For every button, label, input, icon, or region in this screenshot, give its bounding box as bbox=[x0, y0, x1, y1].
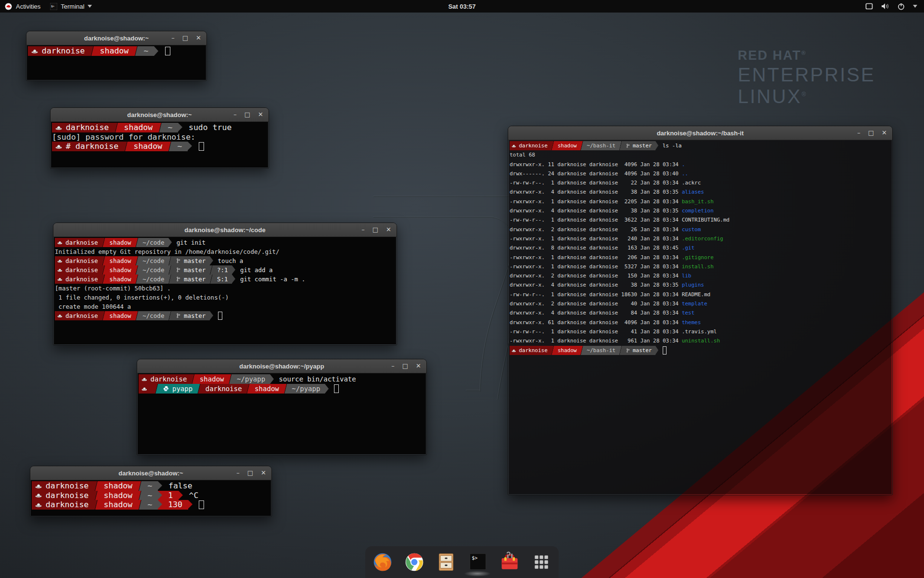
prompt-segment-text: darknoise bbox=[519, 141, 548, 150]
redhat-icon bbox=[35, 492, 42, 499]
terminal-line: darknoiseshadow~/bash-itmasterls -la bbox=[510, 141, 892, 150]
window-titlebar[interactable]: darknoise@shadow:~ – □ ✕ bbox=[30, 466, 271, 480]
prompt-segment-text: ~ bbox=[168, 123, 173, 132]
minimize-button[interactable]: – bbox=[361, 223, 365, 236]
maximize-button[interactable]: □ bbox=[402, 359, 408, 373]
minimize-button[interactable]: – bbox=[233, 108, 237, 121]
terminal-body[interactable]: darknoiseshadow~falsedarknoiseshadow~1^C… bbox=[31, 480, 271, 516]
prompt-segment-text: darknoise bbox=[205, 384, 242, 394]
dock-app-grid-icon[interactable] bbox=[530, 551, 552, 573]
minimize-button[interactable]: – bbox=[236, 466, 240, 480]
prompt-segment-host: shadow bbox=[105, 256, 136, 265]
maximize-button[interactable]: □ bbox=[182, 31, 188, 45]
terminal-line: -rw-rw-r--. 1 darknoise darknoise 18630 … bbox=[510, 290, 892, 299]
prompt-segment-host: shadow bbox=[105, 265, 136, 275]
prompt-segment-user: darknoise bbox=[55, 256, 102, 265]
prompt-segment-host: shadow bbox=[128, 142, 168, 151]
minimize-button[interactable]: – bbox=[171, 31, 175, 45]
terminal-line: darknoiseshadow~/bash-itmaster bbox=[510, 346, 892, 355]
redhat-icon bbox=[35, 501, 42, 508]
file-name: test bbox=[682, 308, 695, 317]
prompt-segment-host: shadow bbox=[250, 384, 283, 394]
redhat-icon bbox=[55, 124, 62, 131]
segment-separator bbox=[154, 46, 159, 56]
prompt-segment-text: ~/code bbox=[142, 265, 164, 275]
output-text: drwx------. 24 darknoise darknoise 4096 … bbox=[510, 169, 682, 178]
file-name: .gitignore bbox=[682, 253, 714, 262]
maximize-button[interactable]: □ bbox=[868, 126, 874, 140]
redhat-icon bbox=[31, 48, 38, 54]
file-name: bash_it.sh bbox=[682, 197, 714, 206]
maximize-button[interactable]: □ bbox=[247, 466, 253, 480]
minimize-button[interactable]: – bbox=[857, 126, 860, 140]
file-name: uninstall.sh bbox=[682, 336, 720, 345]
prompt-segment-text: ~ bbox=[148, 481, 153, 491]
terminal-body[interactable]: darknoiseshadow~sudo true[sudo] password… bbox=[51, 122, 268, 168]
activities-button[interactable]: Activities bbox=[0, 0, 45, 13]
terminal-body[interactable]: darknoiseshadow~ bbox=[27, 45, 206, 80]
prompt-segment-text: shadow bbox=[255, 384, 279, 394]
file-name: .travis.yml bbox=[682, 327, 717, 336]
prompt-segment-status: S:1 bbox=[213, 275, 232, 284]
prompt-segment-text: shadow bbox=[100, 46, 129, 56]
terminal-line: Initialized empty Git repository in /hom… bbox=[55, 247, 396, 256]
close-button[interactable]: ✕ bbox=[261, 466, 266, 480]
segment-separator bbox=[284, 384, 287, 394]
dock-chrome-icon[interactable] bbox=[403, 551, 425, 573]
segment-separator bbox=[94, 491, 98, 500]
close-button[interactable]: ✕ bbox=[882, 126, 887, 140]
window-titlebar[interactable]: darknoise@shadow:~/code – □ ✕ bbox=[53, 223, 397, 237]
prompt-segment-host: shadow bbox=[118, 123, 158, 132]
segment-separator bbox=[158, 491, 163, 500]
segment-separator bbox=[232, 275, 235, 284]
segment-separator bbox=[655, 141, 658, 150]
dock-files-icon[interactable] bbox=[435, 551, 457, 573]
terminal-body[interactable]: darknoiseshadow~/codegit initInitialized… bbox=[54, 237, 396, 344]
dock-toolbox-icon[interactable] bbox=[499, 551, 521, 573]
prompt-segment-host: shadow bbox=[94, 46, 134, 56]
window-titlebar[interactable]: darknoise@shadow:~ – □ ✕ bbox=[51, 108, 269, 122]
output-text: -rw-rw-r--. 1 darknoise darknoise 41 Jan… bbox=[510, 327, 682, 336]
dock-firefox-icon[interactable] bbox=[372, 551, 394, 573]
segment-separator bbox=[134, 46, 138, 56]
terminal-body[interactable]: darknoiseshadow~/pyappsource bin/activat… bbox=[138, 373, 426, 454]
terminal-cursor bbox=[199, 142, 204, 151]
close-button[interactable]: ✕ bbox=[386, 223, 391, 236]
terminal-line: drwxrwxr-x. 2 darknoise darknoise 150 Ja… bbox=[510, 271, 892, 280]
close-button[interactable]: ✕ bbox=[258, 108, 263, 121]
svg-text:$>: $> bbox=[472, 555, 477, 561]
close-button[interactable]: ✕ bbox=[196, 31, 201, 45]
window-titlebar[interactable]: darknoise@shadow:~/bash-it – □ ✕ bbox=[508, 126, 892, 140]
output-text: drwxrwxr-x. 2 darknoise darknoise 26 Jan… bbox=[510, 225, 682, 234]
prompt-segment-text: ~/code bbox=[142, 311, 164, 320]
branch-icon bbox=[626, 144, 630, 148]
file-name: custom bbox=[682, 225, 701, 234]
segment-separator bbox=[188, 500, 193, 510]
terminal-line: darknoiseshadow~false bbox=[32, 481, 271, 491]
prompt-segment-text: ~ bbox=[148, 500, 153, 510]
system-status-area[interactable] bbox=[865, 3, 924, 10]
prompt-segment-host: shadow bbox=[105, 238, 136, 247]
maximize-button[interactable]: □ bbox=[372, 223, 378, 236]
window-titlebar[interactable]: darknoise@shadow:~ – □ ✕ bbox=[26, 31, 206, 45]
terminal-body[interactable]: darknoiseshadow~/bash-itmasterls -latota… bbox=[509, 140, 892, 494]
output-text: create mode 100644 a bbox=[55, 302, 131, 311]
output-text: -rwxrwxr-x. 1 darknoise darknoise 206 Ja… bbox=[510, 253, 682, 262]
window-titlebar[interactable]: darknoise@shadow:~/pyapp – □ ✕ bbox=[137, 359, 426, 373]
app-menu-terminal[interactable]: $> Terminal bbox=[45, 0, 97, 13]
dock-terminal-icon[interactable]: $> bbox=[467, 551, 489, 573]
minimize-button[interactable]: – bbox=[391, 359, 395, 373]
terminal-line: darknoiseshadow~sudo true bbox=[52, 123, 268, 132]
terminal-line: 1 file changed, 0 insertions(+), 0 delet… bbox=[55, 293, 396, 302]
clock[interactable]: Sat 03:57 bbox=[448, 3, 475, 10]
prompt-segment-text: ~/bash-it bbox=[587, 141, 616, 150]
terminal-line: drwxrwxr-x. 2 darknoise darknoise 26 Jan… bbox=[510, 225, 892, 234]
terminal-line: drwxrwxr-x. 61 darknoise darknoise 4096 … bbox=[510, 318, 892, 327]
rhel-branding: RED HAT® ENTERPRISE LINUX® bbox=[738, 48, 875, 107]
prompt-segment-path: ~/code bbox=[139, 275, 169, 284]
close-button[interactable]: ✕ bbox=[416, 359, 421, 373]
prompt-segment-branch: master bbox=[171, 265, 210, 275]
prompt-segment-venv: pyapp bbox=[158, 384, 197, 394]
maximize-button[interactable]: □ bbox=[244, 108, 250, 121]
prompt-segment-path: ~ bbox=[142, 500, 158, 510]
